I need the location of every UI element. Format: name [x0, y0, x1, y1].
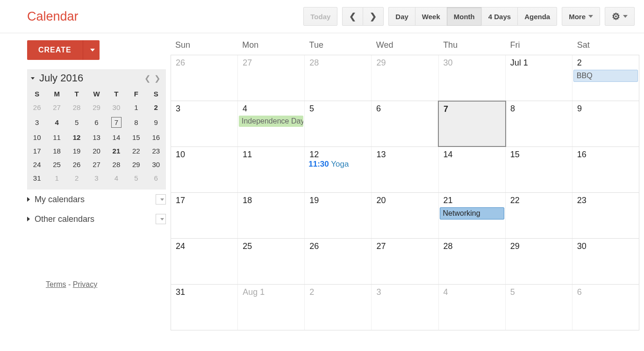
- view-tab-agenda[interactable]: Agenda: [517, 7, 557, 26]
- mini-day[interactable]: 10: [27, 131, 47, 144]
- day-cell[interactable]: 4: [439, 285, 506, 330]
- day-cell[interactable]: 20: [372, 193, 438, 238]
- day-cell[interactable]: 28: [305, 55, 372, 101]
- triangle-down-icon[interactable]: [31, 77, 35, 80]
- day-cell[interactable]: 9: [572, 101, 639, 146]
- settings-button[interactable]: ⚙: [605, 7, 635, 26]
- day-cell[interactable]: 19: [305, 193, 372, 238]
- mini-day[interactable]: 1: [47, 171, 66, 185]
- mini-day[interactable]: 21: [107, 144, 126, 158]
- day-cell[interactable]: 28: [439, 239, 506, 284]
- event[interactable]: 11:30 Yoga: [305, 160, 371, 169]
- event[interactable]: BBQ: [573, 70, 638, 82]
- view-tab-month[interactable]: Month: [447, 7, 481, 26]
- day-cell[interactable]: 18: [238, 193, 305, 238]
- mini-day[interactable]: 20: [86, 144, 106, 158]
- mini-day[interactable]: 27: [47, 101, 66, 114]
- more-button[interactable]: More: [562, 7, 600, 26]
- day-cell[interactable]: 21Networking: [439, 193, 506, 238]
- day-cell[interactable]: 8: [506, 101, 572, 146]
- day-cell[interactable]: 16: [572, 147, 639, 192]
- day-cell[interactable]: 2: [305, 285, 372, 330]
- day-cell[interactable]: 1211:30 Yoga: [305, 147, 372, 192]
- day-cell[interactable]: 2BBQ: [572, 55, 639, 101]
- view-tab-day[interactable]: Day: [388, 7, 415, 26]
- mini-day[interactable]: 24: [27, 158, 47, 171]
- day-cell[interactable]: 5: [305, 101, 372, 146]
- mini-day[interactable]: 28: [107, 158, 126, 171]
- view-tab-4days[interactable]: 4 Days: [481, 7, 517, 26]
- day-cell[interactable]: 31: [171, 285, 238, 330]
- day-cell[interactable]: 22: [506, 193, 572, 238]
- mini-day[interactable]: 6: [86, 114, 106, 131]
- day-cell[interactable]: Aug 1: [238, 285, 305, 330]
- mini-day[interactable]: 4: [47, 114, 66, 131]
- mini-day[interactable]: 23: [146, 144, 166, 158]
- day-cell[interactable]: 11: [238, 147, 305, 192]
- mini-day[interactable]: 12: [67, 131, 86, 144]
- prev-button[interactable]: ❮: [342, 7, 363, 26]
- day-cell[interactable]: 26: [171, 55, 238, 101]
- event[interactable]: Independence Day: [239, 116, 303, 127]
- mini-day[interactable]: 25: [47, 158, 66, 171]
- mini-day[interactable]: 30: [107, 101, 126, 114]
- mini-day[interactable]: 5: [67, 114, 86, 131]
- other-calendars-menu[interactable]: [156, 214, 166, 224]
- mini-day[interactable]: 8: [126, 114, 146, 131]
- terms-link[interactable]: Terms: [46, 280, 66, 288]
- event[interactable]: Networking: [440, 207, 504, 219]
- day-cell[interactable]: 29: [506, 239, 572, 284]
- day-cell[interactable]: 26: [305, 239, 372, 284]
- view-tab-week[interactable]: Week: [415, 7, 447, 26]
- create-button[interactable]: CREATE: [27, 40, 83, 60]
- day-cell[interactable]: 25: [238, 239, 305, 284]
- mini-day[interactable]: 18: [47, 144, 66, 158]
- day-cell[interactable]: 4Independence Day: [238, 101, 305, 146]
- mini-day[interactable]: 29: [86, 101, 106, 114]
- mini-day[interactable]: 2: [67, 171, 86, 185]
- day-cell[interactable]: 29: [372, 55, 438, 101]
- mini-day[interactable]: 26: [27, 101, 47, 114]
- day-cell[interactable]: 3: [171, 101, 238, 146]
- today-button[interactable]: Today: [303, 7, 337, 26]
- day-cell[interactable]: 3: [372, 285, 438, 330]
- mini-day[interactable]: 4: [107, 171, 126, 185]
- my-calendars-menu[interactable]: [156, 194, 166, 205]
- mini-day[interactable]: 27: [86, 158, 106, 171]
- my-calendars-toggle[interactable]: My calendars: [27, 190, 166, 209]
- day-cell[interactable]: 27: [372, 239, 438, 284]
- mini-day[interactable]: 19: [67, 144, 86, 158]
- day-cell[interactable]: 23: [572, 193, 639, 238]
- day-cell[interactable]: 27: [238, 55, 305, 101]
- mini-day[interactable]: 16: [146, 131, 166, 144]
- day-cell[interactable]: 7: [438, 101, 506, 147]
- mini-day[interactable]: 11: [47, 131, 66, 144]
- day-cell[interactable]: 24: [171, 239, 238, 284]
- mini-day[interactable]: 9: [146, 114, 166, 131]
- create-dropdown-button[interactable]: [83, 40, 100, 60]
- day-cell[interactable]: 5: [506, 285, 572, 330]
- day-cell[interactable]: 13: [372, 147, 438, 192]
- other-calendars-toggle[interactable]: Other calendars: [27, 209, 166, 229]
- mini-day[interactable]: 7: [107, 114, 126, 131]
- mini-day[interactable]: 6: [146, 171, 166, 185]
- day-cell[interactable]: 17: [171, 193, 238, 238]
- mini-day[interactable]: 3: [86, 171, 106, 185]
- mini-day[interactable]: 22: [126, 144, 146, 158]
- mini-day[interactable]: 26: [67, 158, 86, 171]
- mini-day[interactable]: 1: [126, 101, 146, 114]
- mini-day[interactable]: 28: [67, 101, 86, 114]
- day-cell[interactable]: 15: [506, 147, 572, 192]
- day-cell[interactable]: 6: [572, 285, 639, 330]
- mini-prev-button[interactable]: ❮: [143, 74, 152, 83]
- mini-day[interactable]: 2: [146, 101, 166, 114]
- mini-day[interactable]: 15: [126, 131, 146, 144]
- mini-day[interactable]: 13: [86, 131, 106, 144]
- privacy-link[interactable]: Privacy: [73, 280, 97, 288]
- mini-day[interactable]: 14: [107, 131, 126, 144]
- day-cell[interactable]: 30: [572, 239, 639, 284]
- next-button[interactable]: ❯: [363, 7, 384, 26]
- mini-day[interactable]: 5: [126, 171, 146, 185]
- day-cell[interactable]: Jul 1: [506, 55, 572, 101]
- mini-day[interactable]: 29: [126, 158, 146, 171]
